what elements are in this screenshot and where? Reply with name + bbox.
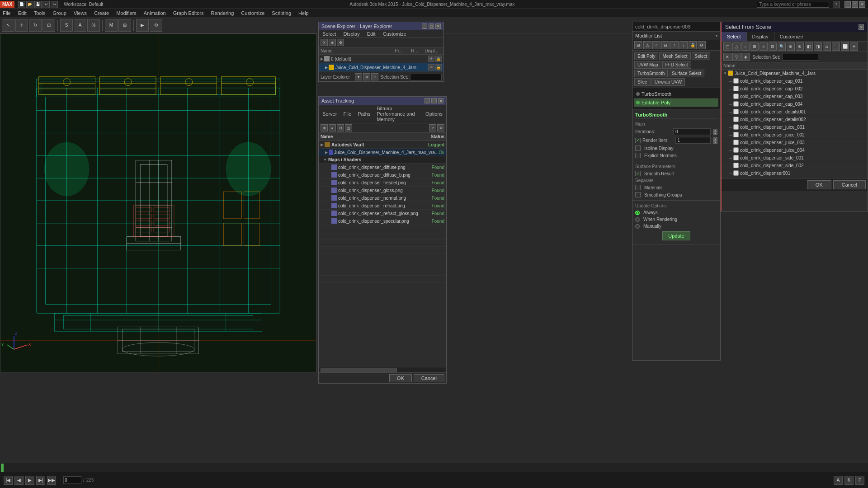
se-menu-select[interactable]: Select [321,31,337,37]
at-hscroll-thumb[interactable] [321,368,397,372]
menu-group[interactable]: Group [52,10,67,16]
current-frame-input[interactable] [63,476,81,484]
materials-checkbox[interactable] [635,185,641,190]
at-row-file-2[interactable]: cold_drink_dispenser_fresnel.png Found [319,179,446,187]
qa-edit-poly[interactable]: Edit Poly [634,52,658,60]
sp-node-2[interactable]: — cold_drink_dispenser_cap_003 [722,93,868,100]
smoothing-groups-checkbox[interactable] [635,192,641,197]
redo-button[interactable]: ↪ [51,1,58,8]
qa-mesh-select[interactable]: Mesh Select [659,52,690,60]
sp-node-10[interactable]: — cold_drink_dispenser_side_001 [722,154,868,162]
at-row-vault[interactable]: ▶ Autodesk Vault Logged [319,141,446,149]
help-icon[interactable]: ? [833,1,840,8]
minimize-button[interactable]: _ [844,1,851,8]
scene-explorer-close[interactable]: ✕ [435,23,441,29]
play-forward-button[interactable]: ▶▶ [47,476,56,485]
menu-modifiers[interactable]: Modifiers [115,10,137,16]
mod-icon-2[interactable]: △ [643,41,651,49]
sp-cancel-button[interactable]: Cancel [833,180,866,189]
menu-tools[interactable]: Tools [33,10,47,16]
render-iters-checkbox[interactable]: ✓ [635,138,641,143]
at-maximize[interactable]: □ [431,98,437,103]
prev-frame-button[interactable]: ◀ [14,476,24,485]
align-tool[interactable]: ⊞ [118,19,131,32]
qa-surface-select[interactable]: Surface Select [669,70,704,77]
se-machine-lock-icon[interactable]: 🔒 [435,64,442,70]
at-icon-3[interactable]: ⊟ [337,124,344,131]
at-icon-1[interactable]: ⊞ [321,124,328,131]
viewport[interactable]: + [Perspective] | Shaded + Edged Faces T… [0,33,316,372]
sp-icon-2[interactable]: △ [732,42,741,51]
iterations-down[interactable]: ▼ [713,132,717,135]
menu-file[interactable]: File [2,10,12,16]
render-iters-input[interactable] [675,137,711,144]
sp-icon-sel-all[interactable]: ◈ [741,53,750,61]
menu-create[interactable]: Create [93,10,110,16]
at-close[interactable]: ✕ [438,98,443,103]
menu-rendering[interactable]: Rendering [210,10,235,16]
sp-node-3[interactable]: — cold_drink_dispenser_cap_004 [722,100,868,108]
sp-icon-6[interactable]: ⊟ [769,42,777,51]
sp-icon-close[interactable]: ✕ [723,53,731,61]
mod-icon-3[interactable]: ○ [652,41,660,49]
sp-icon-15[interactable]: ☀ [850,42,858,51]
mod-icon-7[interactable]: 🔒 [689,41,697,49]
scene-explorer-minimize[interactable]: _ [422,23,427,29]
se-icon-3[interactable]: ⚙ [337,39,344,46]
qa-uvw-map[interactable]: UVW Map [634,61,661,69]
sp-node-11[interactable]: — cold_drink_dispenser_side_002 [722,162,868,169]
at-ok-button[interactable]: OK [389,374,412,382]
sp-icon-1[interactable]: ▢ [723,42,731,51]
at-row-file-4[interactable]: cold_drink_dispenser_normal.png Found [319,194,446,202]
menu-animation[interactable]: Animation [143,10,167,16]
at-minimize[interactable]: _ [425,98,430,103]
timeline-bar[interactable]: 0 25 50 75 100 125 150 175 200 [0,463,868,472]
rotate-tool[interactable]: ↻ [29,19,42,32]
play-back-button[interactable]: |◀ [4,476,13,485]
at-row-main-file[interactable]: ▶ Juice_Cold_Dispenser_Machine_4_Jars_ma… [319,149,446,156]
move-tool[interactable]: ✛ [15,19,28,32]
menu-scripting[interactable]: Scripting [271,10,292,16]
sp-node-9[interactable]: — cold_drink_dispenser_juice_004 [722,146,868,154]
save-button[interactable]: 💾 [34,1,42,8]
qa-select[interactable]: Select [692,52,711,60]
key-filter-button[interactable]: F [855,476,864,485]
explicit-normals-checkbox[interactable] [635,153,641,158]
close-button[interactable]: ✕ [859,1,865,8]
sp-icon-14[interactable]: ⬜ [841,42,849,51]
layer-bar-icon-3[interactable]: ⊕ [371,73,378,80]
undo-button[interactable]: ↩ [42,1,50,8]
set-key-button[interactable]: K [844,476,854,485]
se-row-lock-icon[interactable]: 🔒 [435,56,442,62]
mod-icon-1[interactable]: ⊞ [634,41,642,49]
sp-icon-8[interactable]: ⊕ [787,42,795,51]
select-panel-close[interactable]: ✕ [859,24,864,30]
sp-icon-filter[interactable]: ▽ [732,53,741,61]
sp-icon-10[interactable]: ◧ [805,42,813,51]
render-iters-up[interactable]: ▲ [713,137,717,141]
at-menu-bitmap[interactable]: Bitmap Performance and Memory [376,106,420,122]
iterations-input[interactable] [673,128,711,135]
asset-tracking-body[interactable]: ▶ Autodesk Vault Logged ▶ Juice_Cold_Dis… [319,141,446,367]
sp-icon-9[interactable]: ⊗ [796,42,804,51]
mod-icon-4[interactable]: ⊟ [661,41,670,49]
sp-icon-13[interactable]: ⬛ [832,42,840,51]
sp-icon-11[interactable]: ◨ [814,42,822,51]
sp-tab-customize[interactable]: Customize [774,32,809,41]
next-frame-button[interactable]: ▶| [36,476,45,485]
auto-key-button[interactable]: A [834,476,843,485]
se-menu-customize[interactable]: Customize [382,31,407,37]
at-menu-paths[interactable]: Paths [357,111,371,117]
sp-ok-button[interactable]: OK [807,180,831,189]
sp-icon-7[interactable]: 🔍 [778,42,786,51]
se-icon-1[interactable]: ✕ [321,39,328,46]
sp-icon-4[interactable]: ⊞ [750,42,759,51]
sp-node-8[interactable]: — cold_drink_dispenser_juice_003 [722,139,868,146]
se-menu-edit[interactable]: Edit [366,31,377,37]
mod-icon-8[interactable]: ⚙ [698,41,706,49]
sp-tab-display[interactable]: Display [747,32,774,41]
scene-explorer-title-bar[interactable]: Scene Explorer - Layer Explorer _ □ ✕ [319,22,443,30]
mod-editable-poly[interactable]: Editable Poly [634,99,718,107]
sp-icon-5[interactable]: ≡ [760,42,768,51]
iterations-up[interactable]: ▲ [713,129,717,132]
